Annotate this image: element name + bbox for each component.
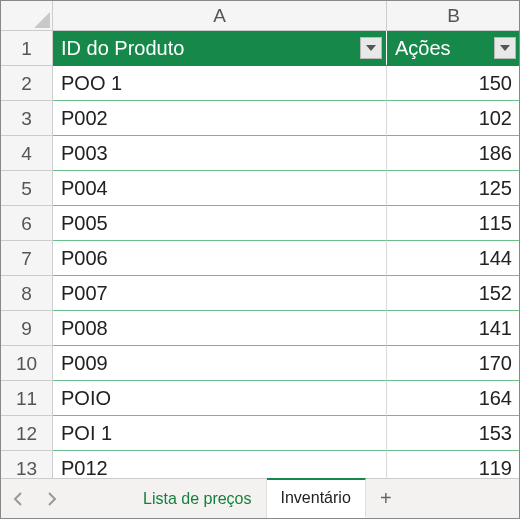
chevron-down-icon	[366, 45, 376, 51]
spreadsheet-grid: A B 1 ID do Produto Ações 2 POO 1 150 3 …	[1, 1, 519, 486]
row-header[interactable]: 10	[1, 346, 53, 381]
cell-val[interactable]: 125	[387, 171, 520, 206]
row-header[interactable]: 6	[1, 206, 53, 241]
cell-val[interactable]: 141	[387, 311, 520, 346]
svg-marker-2	[500, 45, 510, 51]
row-header[interactable]: 3	[1, 101, 53, 136]
table-header-id-label: ID do Produto	[61, 37, 184, 59]
chevron-left-icon	[13, 492, 23, 506]
add-sheet-button[interactable]: +	[366, 479, 406, 518]
cell-id[interactable]: P003	[53, 136, 387, 171]
row-header[interactable]: 12	[1, 416, 53, 451]
cell-val[interactable]: 150	[387, 66, 520, 101]
cell-id[interactable]: P004	[53, 171, 387, 206]
cell-id[interactable]: POI 1	[53, 416, 387, 451]
cell-id[interactable]: P002	[53, 101, 387, 136]
row-header[interactable]: 11	[1, 381, 53, 416]
cell-val[interactable]: 170	[387, 346, 520, 381]
cell-id[interactable]: POO 1	[53, 66, 387, 101]
tab-nav-prev[interactable]	[1, 479, 35, 518]
tab-spacer	[69, 479, 129, 518]
row-header[interactable]: 5	[1, 171, 53, 206]
cell-id[interactable]: P009	[53, 346, 387, 381]
table-header-id[interactable]: ID do Produto	[53, 31, 387, 66]
filter-button-id[interactable]	[360, 37, 382, 59]
chevron-right-icon	[47, 492, 57, 506]
row-header[interactable]: 9	[1, 311, 53, 346]
filter-button-acoes[interactable]	[494, 37, 516, 59]
select-all-triangle-icon	[34, 12, 50, 28]
row-header[interactable]: 4	[1, 136, 53, 171]
sheet-tab-bar: Lista de preços Inventário +	[1, 478, 519, 518]
cell-val[interactable]: 186	[387, 136, 520, 171]
table-header-acoes-label: Ações	[395, 37, 451, 59]
row-header[interactable]: 7	[1, 241, 53, 276]
cell-val[interactable]: 102	[387, 101, 520, 136]
cell-id[interactable]: P005	[53, 206, 387, 241]
row-header[interactable]: 2	[1, 66, 53, 101]
column-header-B[interactable]: B	[387, 1, 520, 31]
svg-marker-0	[34, 12, 50, 28]
column-header-A[interactable]: A	[53, 1, 387, 31]
cell-val[interactable]: 152	[387, 276, 520, 311]
row-header[interactable]: 8	[1, 276, 53, 311]
chevron-down-icon	[500, 45, 510, 51]
cell-id[interactable]: P007	[53, 276, 387, 311]
cell-id[interactable]: POIO	[53, 381, 387, 416]
sheet-tab-inventario[interactable]: Inventário	[267, 478, 366, 518]
table-header-acoes[interactable]: Ações	[387, 31, 520, 66]
cell-id[interactable]: P006	[53, 241, 387, 276]
cell-val[interactable]: 144	[387, 241, 520, 276]
svg-marker-1	[366, 45, 376, 51]
tab-nav-next[interactable]	[35, 479, 69, 518]
sheet-tab-lista-de-precos[interactable]: Lista de preços	[129, 479, 267, 518]
cell-val[interactable]: 153	[387, 416, 520, 451]
cell-id[interactable]: P008	[53, 311, 387, 346]
cell-val[interactable]: 164	[387, 381, 520, 416]
cell-val[interactable]: 115	[387, 206, 520, 241]
row-header[interactable]: 1	[1, 31, 53, 66]
select-all-corner[interactable]	[1, 1, 53, 31]
